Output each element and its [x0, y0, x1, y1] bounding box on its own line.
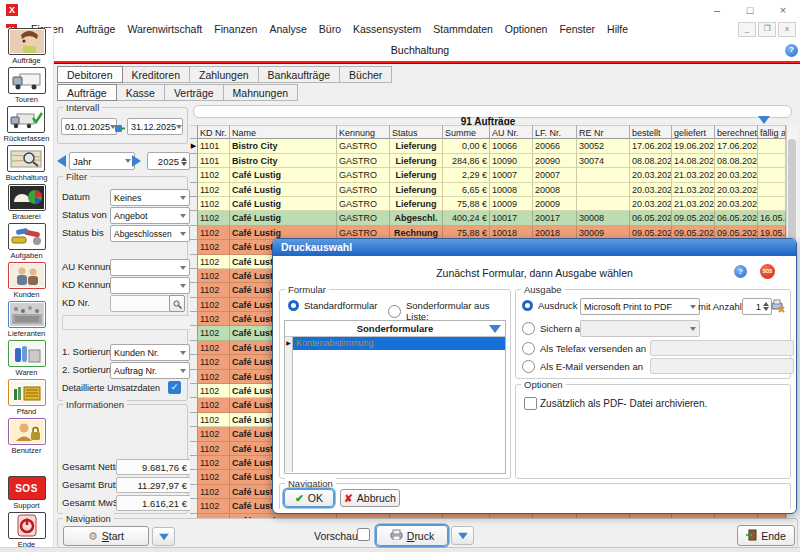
printer-icon: [390, 529, 403, 542]
column-header-kd[interactable]: KD Nr.: [198, 125, 230, 139]
kdnr-search-button[interactable]: [169, 295, 185, 312]
subtab-kasse[interactable]: Kasse: [117, 84, 165, 101]
interval-link-icon[interactable]: [115, 120, 125, 138]
help-icon[interactable]: ?: [785, 44, 798, 57]
menu-item-aufträge[interactable]: Aufträge: [70, 23, 122, 35]
menu-item-hilfe[interactable]: Hilfe: [601, 23, 634, 35]
tab-debitoren[interactable]: Debitoren: [57, 66, 123, 83]
sort2-select[interactable]: Auftrag Nr.: [110, 362, 190, 379]
maximize-button[interactable]: □: [738, 3, 762, 18]
menu-item-stammdaten[interactable]: Stammdaten: [427, 23, 499, 35]
sidebar-item-kunden[interactable]: Kunden: [8, 262, 46, 299]
sidebar-item-brauerei[interactable]: Brauerei: [8, 184, 46, 221]
menu-item-büro[interactable]: Büro: [313, 23, 347, 35]
column-header-name[interactable]: Name: [230, 125, 337, 139]
menu-item-analyse[interactable]: Analyse: [263, 23, 312, 35]
au-kennung-select[interactable]: [110, 259, 190, 276]
printer-settings-icon[interactable]: [771, 298, 786, 317]
column-header-kennung[interactable]: Kennung: [337, 125, 390, 139]
cell-bestellt: 17.06.2025: [630, 139, 672, 153]
mdi-close-button[interactable]: x: [778, 22, 796, 37]
menu-item-kassensystem[interactable]: Kassensystem: [347, 23, 427, 35]
table-menu-arrow-icon[interactable]: [758, 116, 770, 124]
table-row[interactable]: 1102Café LustigGASTROLieferung2,29 €1000…: [190, 168, 786, 182]
sidebar-item-aufgaben[interactable]: Aufgaben: [8, 223, 46, 260]
detail-umsatz-checkbox[interactable]: ✓: [168, 381, 181, 394]
table-row[interactable]: 1101Bistro CityGASTROLieferung284,86 €10…: [190, 154, 786, 168]
sichern-radio[interactable]: Sichern als: [522, 322, 587, 335]
column-header-status[interactable]: Status: [390, 125, 443, 139]
column-header-bestellt[interactable]: bestellt: [630, 125, 672, 139]
subtab-mahnungen[interactable]: Mahnungen: [224, 84, 298, 101]
standardformular-radio[interactable]: Standardformular: [288, 300, 377, 311]
kd-kennung-select[interactable]: [110, 277, 190, 294]
sidebar-item-rueckerfassen[interactable]: Rückerfassen: [4, 106, 50, 143]
tab-bankaufträge[interactable]: Bankaufträge: [259, 66, 340, 83]
sidebar-item-ende[interactable]: Ende: [8, 512, 46, 549]
column-header-geliefert[interactable]: geliefert: [672, 125, 715, 139]
column-header-au[interactable]: AU Nr.: [490, 125, 533, 139]
subtab-aufträge[interactable]: Aufträge: [57, 84, 117, 101]
mdi-minimize-button[interactable]: _: [738, 22, 756, 37]
pdf-archiv-checkbox[interactable]: [524, 397, 537, 410]
subtab-verträge[interactable]: Verträge: [165, 84, 224, 101]
mdi-restore-button[interactable]: ❐: [758, 22, 776, 37]
menu-item-optionen[interactable]: Optionen: [499, 23, 554, 35]
table-row[interactable]: 1102Café LustigGASTROAbgeschl.400,24 €10…: [190, 211, 786, 225]
ok-button[interactable]: ✔ OK: [284, 489, 334, 507]
sidebar-item-pfand[interactable]: Pfand: [8, 379, 46, 416]
sort1-select[interactable]: Kunden Nr.: [110, 344, 190, 361]
abbruch-button[interactable]: ✘ Abbruch: [340, 489, 400, 507]
ende-button[interactable]: Ende: [737, 525, 795, 546]
close-button[interactable]: ×: [771, 3, 795, 18]
table-row[interactable]: ▶1101Bistro CityGASTROLieferung0,00 €100…: [190, 139, 786, 153]
menu-item-warenwirtschaft[interactable]: Warenwirtschaft: [121, 23, 208, 35]
dialog-sos-icon[interactable]: SOS: [760, 264, 775, 279]
datum-select[interactable]: Keines: [110, 189, 190, 206]
cell-kd: 1101: [198, 139, 230, 153]
tab-kreditoren[interactable]: Kreditoren: [123, 66, 190, 83]
start-dropdown-button[interactable]: [152, 527, 175, 546]
dialog-help-icon[interactable]: ?: [734, 265, 747, 278]
interval-unit-select[interactable]: Jahr: [69, 152, 135, 170]
year-stepper[interactable]: 2025: [147, 152, 190, 170]
status-von-select[interactable]: Angebot: [110, 207, 190, 224]
prev-period-button[interactable]: [57, 155, 66, 167]
interval-to-select[interactable]: 31.12.2025: [127, 118, 183, 135]
druck-button[interactable]: Druck: [376, 525, 448, 546]
table-row[interactable]: 1102Café LustigGASTROLieferung75,88 €100…: [190, 197, 786, 211]
sidebar-item-support[interactable]: SOS Support: [8, 476, 46, 510]
telefax-radio[interactable]: Als Telefax versenden an: [522, 342, 646, 355]
sidebar-item-waren[interactable]: Waren: [8, 340, 46, 377]
tab-zahlungen[interactable]: Zahlungen: [190, 66, 259, 83]
kdnr-input[interactable]: [110, 295, 176, 312]
sidebar-item-auftraege[interactable]: Aufträge: [8, 28, 46, 65]
sidebar-item-benutzer[interactable]: Benutzer: [8, 418, 46, 455]
column-header-re[interactable]: RE Nr: [577, 125, 630, 139]
dialog-title[interactable]: Druckauswahl: [273, 239, 796, 256]
menu-item-fenster[interactable]: Fenster: [553, 23, 601, 35]
printer-select[interactable]: Microsoft Print to PDF: [580, 298, 700, 315]
sidebar-item-buchhaltung[interactable]: Buchhaltung: [6, 145, 48, 182]
vorschau-checkbox[interactable]: [357, 528, 370, 541]
next-period-button[interactable]: [132, 155, 141, 167]
table-row[interactable]: 1102Café LustigGASTROLieferung6,65 €1000…: [190, 183, 786, 197]
interval-from-select[interactable]: 01.01.2025: [61, 118, 117, 135]
minimize-button[interactable]: –: [705, 3, 729, 18]
sidebar-item-touren[interactable]: Touren: [8, 67, 46, 104]
column-header-berechnet[interactable]: berechnet: [715, 125, 758, 139]
druck-dropdown-button[interactable]: [451, 526, 474, 545]
sonderformular-list-item[interactable]: Kontenabstimmung: [293, 337, 505, 350]
tab-bücher[interactable]: Bücher: [340, 66, 392, 83]
anzahl-stepper[interactable]: 1: [742, 298, 772, 315]
menu-item-finanzen[interactable]: Finanzen: [208, 23, 263, 35]
status-bis-select[interactable]: Abgeschlossen: [110, 225, 190, 242]
sonderformulare-header[interactable]: Sonderformulare: [285, 321, 505, 337]
sonderformular-radio[interactable]: Sonderformular aus Liste:: [388, 300, 510, 322]
email-radio[interactable]: Als E-Mail versenden an: [522, 360, 643, 373]
column-header-faellig[interactable]: fällig a: [758, 125, 786, 139]
sidebar-item-lieferanten[interactable]: Lieferanten: [8, 301, 46, 338]
column-header-summe[interactable]: Summe: [443, 125, 490, 139]
column-header-lf[interactable]: LF. Nr.: [533, 125, 577, 139]
start-button[interactable]: ⚙ Start: [63, 526, 149, 546]
